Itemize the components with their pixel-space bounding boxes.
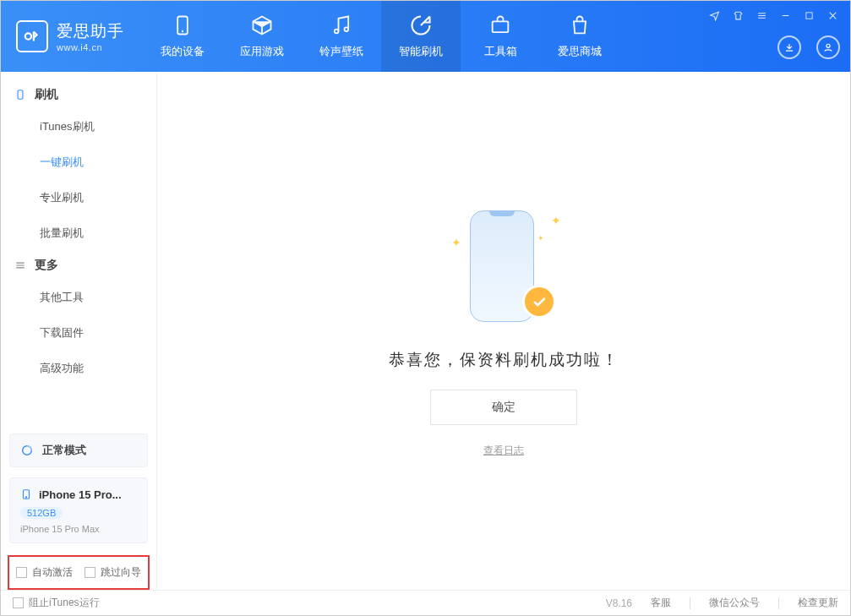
nav-label: 应用游戏 <box>240 44 284 59</box>
close-icon[interactable] <box>826 9 838 21</box>
wechat-link[interactable]: 微信公众号 <box>709 596 760 610</box>
user-icon[interactable] <box>816 35 840 59</box>
checkbox-block-itunes[interactable]: 阻止iTunes运行 <box>13 596 100 610</box>
sidebar-item-advanced[interactable]: 高级功能 <box>1 351 156 386</box>
device-card[interactable]: iPhone 15 Pro... 512GB iPhone 15 Pro Max <box>9 477 148 543</box>
menu-icon[interactable] <box>756 9 767 21</box>
sidebar-item-download-firmware[interactable]: 下载固件 <box>1 315 156 351</box>
mode-status: 正常模式 <box>42 443 86 458</box>
nav-apps-games[interactable]: 应用游戏 <box>222 1 302 72</box>
minimize-icon[interactable] <box>779 9 791 21</box>
checkbox-icon <box>16 567 27 578</box>
device-model: iPhone 15 Pro Max <box>20 524 100 534</box>
view-log-link[interactable]: 查看日志 <box>483 444 524 458</box>
checkbox-skip-wizard[interactable]: 跳过向导 <box>85 565 141 580</box>
svg-point-0 <box>25 33 31 39</box>
footer: 阻止iTunes运行 V8.16 客服 微信公众号 检查更新 <box>1 590 850 615</box>
svg-point-4 <box>345 27 349 31</box>
logo-area: 爱思助手 www.i4.cn <box>16 20 124 52</box>
nav-ringtone-wallpaper[interactable]: 铃声壁纸 <box>302 1 381 72</box>
version-label: V8.16 <box>606 597 632 609</box>
svg-point-3 <box>335 30 339 34</box>
nav-label: 铃声壁纸 <box>319 44 363 59</box>
svg-point-7 <box>826 44 830 47</box>
nav-label: 爱思商城 <box>558 44 602 59</box>
sidebar-group-more[interactable]: 更多 <box>1 251 156 280</box>
top-nav: 我的设备 应用游戏 铃声壁纸 智能刷机 工具箱 爱思商城 <box>143 1 619 72</box>
checkbox-icon <box>13 597 24 608</box>
header: 爱思助手 www.i4.cn 我的设备 应用游戏 铃声壁纸 智能刷机 <box>1 1 850 72</box>
nav-smart-flash[interactable]: 智能刷机 <box>381 1 461 72</box>
checkbox-icon <box>85 567 95 578</box>
download-icon[interactable] <box>777 35 801 59</box>
device-name: iPhone 15 Pro... <box>39 488 122 501</box>
sidebar-item-batch-flash[interactable]: 批量刷机 <box>1 215 156 251</box>
nav-label: 智能刷机 <box>399 44 443 59</box>
highlight-options: 自动激活 跳过向导 <box>8 555 150 590</box>
nav-store[interactable]: 爱思商城 <box>540 1 619 72</box>
svg-rect-6 <box>805 12 811 18</box>
svg-point-2 <box>182 30 183 32</box>
svg-rect-5 <box>493 21 509 32</box>
logo-icon <box>16 20 48 52</box>
nav-label: 工具箱 <box>484 44 517 59</box>
check-update-link[interactable]: 检查更新 <box>798 596 838 610</box>
app-subtitle: www.i4.cn <box>57 42 124 52</box>
sidebar: 刷机 iTunes刷机 一键刷机 专业刷机 批量刷机 更多 其他工具 下载固件 … <box>1 72 157 590</box>
header-right <box>777 14 840 59</box>
svg-point-11 <box>25 497 26 498</box>
device-storage-badge: 512GB <box>20 507 63 519</box>
feedback-icon[interactable] <box>708 9 720 21</box>
success-message: 恭喜您，保资料刷机成功啦！ <box>389 349 619 371</box>
support-link[interactable]: 客服 <box>651 596 671 610</box>
checkbox-auto-activate[interactable]: 自动激活 <box>16 565 73 580</box>
sidebar-item-pro-flash[interactable]: 专业刷机 <box>1 180 156 215</box>
main-content: ✦ ✦ ✦ 恭喜您，保资料刷机成功啦！ 确定 查看日志 <box>157 72 850 590</box>
app-title: 爱思助手 <box>57 20 124 42</box>
app-window: 爱思助手 www.i4.cn 我的设备 应用游戏 铃声壁纸 智能刷机 <box>0 0 851 616</box>
nav-toolbox[interactable]: 工具箱 <box>461 1 540 72</box>
sidebar-item-one-click-flash[interactable]: 一键刷机 <box>1 144 156 180</box>
sidebar-group-flash[interactable]: 刷机 <box>1 80 156 109</box>
nav-my-device[interactable]: 我的设备 <box>143 1 222 72</box>
skin-icon[interactable] <box>732 9 744 21</box>
sidebar-item-itunes-flash[interactable]: iTunes刷机 <box>1 109 156 144</box>
mode-card[interactable]: 正常模式 <box>9 433 148 467</box>
check-badge-icon <box>522 285 556 319</box>
success-illustration: ✦ ✦ ✦ <box>445 204 563 330</box>
svg-rect-8 <box>18 90 23 100</box>
maximize-icon[interactable] <box>803 9 815 21</box>
ok-button[interactable]: 确定 <box>430 390 577 425</box>
nav-label: 我的设备 <box>161 44 205 59</box>
sidebar-item-other-tools[interactable]: 其他工具 <box>1 280 156 315</box>
